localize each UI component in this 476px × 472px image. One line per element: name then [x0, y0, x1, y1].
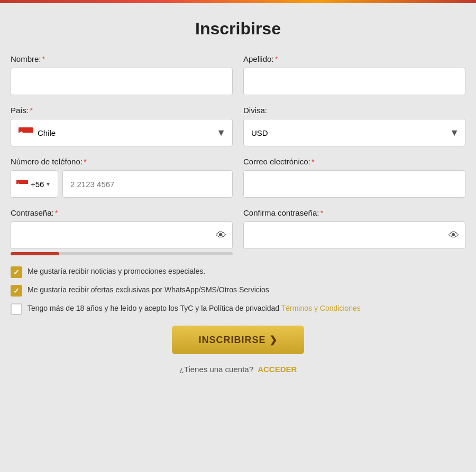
- pais-value: Chile: [38, 128, 56, 137]
- divisa-label: Divisa:: [243, 106, 465, 115]
- contrasena-wrapper: 👁: [11, 221, 233, 249]
- confirma-contrasena-label: Confirma contraseña:*: [243, 208, 465, 217]
- checkbox-row-2: Me gustaría recibir ofertas exclusivas p…: [11, 284, 465, 297]
- confirma-contrasena-input[interactable]: [243, 221, 465, 249]
- apellido-input[interactable]: [243, 68, 465, 95]
- confirma-eye-icon[interactable]: 👁: [448, 229, 459, 242]
- checkbox-3-label: Tengo más de 18 años y he leído y acepto…: [28, 303, 361, 314]
- checkbox-2[interactable]: [11, 285, 22, 297]
- pais-select[interactable]: ★ Chile ▼: [11, 119, 233, 146]
- checkbox-1-label: Me gustaría recibir noticias y promocion…: [28, 266, 205, 277]
- pais-label: País:*: [11, 106, 233, 115]
- checkbox-2-label: Me gustaría recibir ofertas exclusivas p…: [28, 284, 269, 295]
- apellido-label: Apellido:*: [243, 54, 465, 63]
- checkbox-1[interactable]: [11, 266, 22, 278]
- login-question: ¿Tienes una cuenta?: [179, 365, 253, 374]
- phone-number-input[interactable]: [62, 170, 233, 198]
- telefono-label: Número de teléfono:*: [11, 157, 233, 166]
- checkbox-row-3: Tengo más de 18 años y he leído y acepto…: [11, 303, 465, 315]
- page-title: Inscribirse: [11, 19, 465, 39]
- divisa-select[interactable]: USD: [243, 119, 465, 146]
- phone-prefix-value: +56: [31, 180, 44, 189]
- contrasena-eye-icon[interactable]: 👁: [216, 229, 226, 242]
- password-strength-fill: [11, 252, 59, 255]
- contrasena-input[interactable]: [11, 221, 233, 249]
- phone-prefix-arrow-icon: ▾: [47, 180, 50, 188]
- chile-flag-icon: ★: [19, 127, 33, 138]
- email-label: Correo electrónico:*: [243, 157, 465, 166]
- phone-prefix-selector[interactable]: ★ +56 ▾: [11, 170, 58, 198]
- checkbox-row-1: Me gustaría recibir noticias y promocion…: [11, 266, 465, 278]
- login-section: ¿Tienes una cuenta? ACCEDER: [11, 365, 465, 384]
- password-strength-bar: [11, 252, 233, 255]
- email-input[interactable]: [243, 170, 465, 198]
- checkboxes-section: Me gustaría recibir noticias y promocion…: [11, 266, 465, 315]
- terms-link[interactable]: Términos y Condiciones: [281, 304, 361, 312]
- nombre-input[interactable]: [11, 68, 233, 95]
- phone-flag-icon: ★: [16, 180, 28, 188]
- nombre-label: Nombre:*: [11, 54, 233, 63]
- checkbox-3[interactable]: [11, 303, 22, 315]
- login-link[interactable]: ACCEDER: [258, 365, 297, 374]
- submit-button[interactable]: INSCRIBIRSE ❯: [172, 326, 304, 354]
- pais-dropdown-icon: ▼: [216, 127, 226, 138]
- contrasena-label: Contraseña:*: [11, 208, 233, 217]
- confirma-wrapper: 👁: [243, 221, 465, 249]
